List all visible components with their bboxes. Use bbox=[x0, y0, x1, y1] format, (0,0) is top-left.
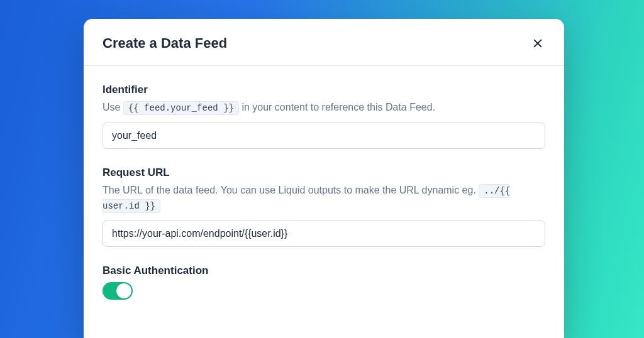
close-button[interactable] bbox=[530, 36, 545, 51]
identifier-input[interactable] bbox=[103, 123, 545, 149]
request-url-label: Request URL bbox=[103, 166, 545, 179]
request-url-input[interactable] bbox=[103, 221, 545, 247]
create-data-feed-modal: Create a Data Feed Identifier Use {{ fee… bbox=[84, 19, 564, 338]
basic-auth-toggle-wrapper bbox=[103, 282, 545, 300]
request-url-section: Request URL The URL of the data feed. Yo… bbox=[103, 166, 545, 247]
request-url-help-prefix: The URL of the data feed. You can use Li… bbox=[103, 185, 479, 195]
close-icon bbox=[532, 38, 543, 49]
identifier-help-code: {{ feed.your_feed }} bbox=[123, 101, 239, 115]
modal-header: Create a Data Feed bbox=[84, 19, 564, 66]
toggle-knob bbox=[116, 283, 131, 298]
identifier-help-prefix: Use bbox=[103, 102, 123, 112]
request-url-help: The URL of the data feed. You can use Li… bbox=[103, 183, 545, 213]
basic-auth-section: Basic Authentication bbox=[103, 264, 545, 300]
basic-auth-label: Basic Authentication bbox=[103, 264, 545, 277]
identifier-help: Use {{ feed.your_feed }} in your content… bbox=[103, 100, 545, 115]
identifier-label: Identifier bbox=[103, 84, 545, 96]
identifier-help-suffix: in your content to reference this Data F… bbox=[239, 102, 435, 112]
modal-body: Identifier Use {{ feed.your_feed }} in y… bbox=[84, 66, 564, 335]
identifier-section: Identifier Use {{ feed.your_feed }} in y… bbox=[103, 84, 545, 149]
basic-auth-toggle[interactable] bbox=[103, 282, 133, 300]
modal-title: Create a Data Feed bbox=[103, 35, 227, 52]
